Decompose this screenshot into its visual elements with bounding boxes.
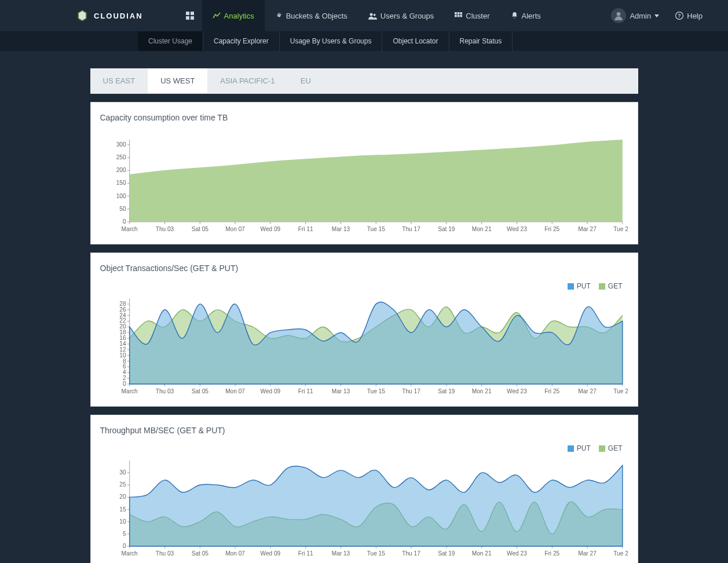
- svg-text:Mar 13: Mar 13: [331, 226, 350, 232]
- nav-help[interactable]: ? Help: [667, 12, 711, 20]
- svg-text:Thu 17: Thu 17: [402, 388, 420, 394]
- svg-point-5: [370, 13, 372, 16]
- subnav-repair-status[interactable]: Repair Status: [449, 31, 513, 51]
- nav-admin-label: Admin: [630, 12, 651, 20]
- svg-text:Fri 11: Fri 11: [298, 226, 313, 232]
- svg-text:Wed 23: Wed 23: [507, 226, 527, 232]
- svg-text:March: March: [121, 388, 137, 394]
- svg-text:14: 14: [119, 341, 126, 347]
- nav-buckets[interactable]: Buckets & Objects: [265, 0, 358, 31]
- svg-rect-3: [191, 16, 194, 20]
- svg-text:Wed 09: Wed 09: [260, 388, 280, 394]
- svg-text:Sat 05: Sat 05: [191, 388, 208, 394]
- nav-alerts-label: Alerts: [522, 12, 541, 20]
- nav-home[interactable]: [178, 0, 202, 31]
- panel-transactions-title: Object Transactions/Sec (GET & PUT): [100, 264, 628, 273]
- panel-capacity-title: Capacity consumption over time TB: [100, 113, 628, 122]
- nav-analytics-label: Analytics: [224, 12, 254, 20]
- svg-text:28: 28: [119, 301, 126, 307]
- svg-text:Tue 15: Tue 15: [367, 226, 385, 232]
- top-nav: CLOUDIAN Analytics Buckets & Objects Use…: [0, 0, 728, 31]
- svg-text:Mon 07: Mon 07: [225, 550, 245, 557]
- region-tab-eu[interactable]: EU: [288, 68, 324, 93]
- svg-text:Mar 27: Mar 27: [578, 388, 597, 394]
- nav-buckets-label: Buckets & Objects: [286, 12, 347, 20]
- svg-rect-1: [191, 12, 194, 15]
- svg-text:Wed 23: Wed 23: [507, 550, 527, 557]
- svg-text:12: 12: [119, 346, 126, 353]
- chart-capacity: 050100150200250300MarchThu 03Sat 05Mon 0…: [100, 128, 628, 238]
- svg-text:Tue 15: Tue 15: [367, 388, 385, 394]
- sub-nav: Cluster Usage Capacity Explorer Usage By…: [0, 31, 728, 51]
- nav-alerts[interactable]: Alerts: [500, 0, 551, 31]
- svg-text:0: 0: [122, 381, 126, 387]
- svg-text:Mon 21: Mon 21: [471, 226, 491, 232]
- svg-text:Sat 19: Sat 19: [438, 550, 455, 557]
- content: US EAST US WEST ASIA PACIFIC-1 EU Capaci…: [90, 68, 638, 563]
- svg-text:20: 20: [119, 323, 126, 330]
- region-tab-us-east[interactable]: US EAST: [90, 68, 148, 93]
- avatar-icon: [611, 8, 626, 23]
- svg-text:24: 24: [119, 312, 126, 319]
- nav-users-label: Users & Groups: [381, 12, 434, 20]
- nav-admin-menu[interactable]: Admin: [603, 8, 667, 23]
- svg-text:26: 26: [119, 306, 126, 313]
- grid-icon: [186, 12, 194, 20]
- subnav-usage-by-users[interactable]: Usage By Users & Groups: [280, 31, 383, 51]
- subnav-capacity-explorer[interactable]: Capacity Explorer: [203, 31, 280, 51]
- panel-throughput: Throughput MB/SEC (GET & PUT) PUT GET 05…: [90, 415, 638, 563]
- svg-text:16: 16: [119, 335, 126, 341]
- region-tab-asia[interactable]: ASIA PACIFIC-1: [207, 68, 287, 93]
- svg-text:Sat 19: Sat 19: [438, 388, 455, 394]
- svg-text:10: 10: [119, 352, 126, 359]
- svg-text:Fri 25: Fri 25: [544, 550, 559, 557]
- svg-text:Wed 09: Wed 09: [260, 550, 280, 557]
- swatch-get-icon: [599, 283, 605, 290]
- svg-text:Wed 09: Wed 09: [260, 226, 280, 232]
- svg-text:250: 250: [116, 154, 126, 160]
- svg-text:150: 150: [116, 180, 126, 186]
- svg-text:Mon 07: Mon 07: [225, 226, 245, 232]
- svg-text:300: 300: [116, 141, 126, 148]
- svg-text:March: March: [121, 226, 137, 232]
- subnav-object-locator[interactable]: Object Locator: [382, 31, 449, 51]
- legend-throughput: PUT GET: [568, 444, 623, 452]
- svg-text:Fri 11: Fri 11: [298, 550, 313, 557]
- svg-text:Thu 17: Thu 17: [402, 550, 420, 557]
- svg-text:Tue 15: Tue 15: [367, 550, 385, 557]
- subnav-cluster-usage[interactable]: Cluster Usage: [138, 31, 203, 51]
- brand-icon: [75, 9, 89, 23]
- svg-text:50: 50: [119, 206, 126, 212]
- help-icon: ?: [675, 12, 683, 20]
- swatch-get-icon: [599, 445, 605, 452]
- svg-text:March: March: [121, 550, 137, 557]
- svg-text:0: 0: [122, 543, 126, 549]
- svg-rect-11: [458, 14, 460, 17]
- svg-text:Fri 25: Fri 25: [544, 388, 559, 394]
- svg-text:Wed 23: Wed 23: [507, 388, 527, 394]
- region-tabs: US EAST US WEST ASIA PACIFIC-1 EU: [90, 68, 638, 94]
- svg-text:Mon 07: Mon 07: [225, 388, 245, 394]
- svg-rect-12: [460, 14, 463, 17]
- svg-text:Mar 27: Mar 27: [578, 550, 597, 557]
- svg-rect-10: [455, 14, 457, 17]
- nav-cluster[interactable]: Cluster: [444, 0, 500, 31]
- nav-items: Analytics Buckets & Objects Users & Grou…: [178, 0, 551, 31]
- nav-users[interactable]: Users & Groups: [358, 0, 444, 31]
- svg-text:Sat 19: Sat 19: [438, 226, 455, 232]
- swatch-put-icon: [568, 445, 574, 452]
- cluster-icon: [455, 12, 462, 20]
- svg-text:100: 100: [116, 193, 126, 199]
- svg-text:18: 18: [119, 329, 126, 335]
- region-tab-us-west[interactable]: US WEST: [148, 68, 207, 93]
- svg-text:Thu 17: Thu 17: [402, 226, 420, 232]
- svg-text:Thu 03: Thu 03: [155, 388, 174, 394]
- nav-analytics[interactable]: Analytics: [202, 0, 265, 31]
- svg-text:Thu 03: Thu 03: [155, 550, 174, 557]
- bell-icon: [511, 12, 518, 20]
- svg-text:2: 2: [122, 375, 126, 381]
- svg-text:Tue 29: Tue 29: [613, 388, 628, 394]
- svg-text:200: 200: [116, 167, 126, 173]
- panel-capacity: Capacity consumption over time TB 050100…: [90, 102, 638, 244]
- svg-text:20: 20: [119, 493, 126, 500]
